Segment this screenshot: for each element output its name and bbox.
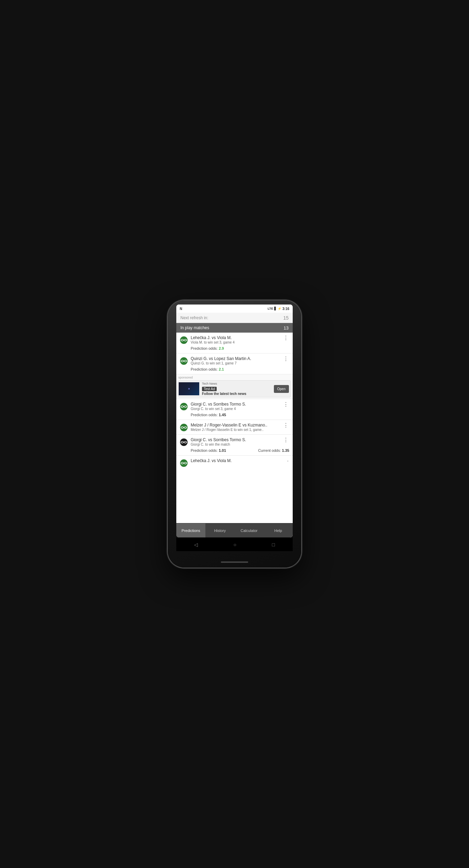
home-button[interactable]: ○ xyxy=(233,542,236,547)
status-bar: N LTE ▋ ⚡ 3:16 xyxy=(176,305,293,313)
match-title: Giorgi C. vs Sorribes Tormo S. xyxy=(191,437,282,442)
match-info: Quinzi G. vs Lopez San Martin A. Quinzi … xyxy=(180,356,282,365)
match-title: Melzer J / Roger-Vasselin E vs Kuzmano.. xyxy=(191,423,282,427)
match-list[interactable]: Lehečka J. vs Viola M. Viola M. to win s… xyxy=(176,333,293,523)
refresh-label: Next refresh in: xyxy=(180,315,208,320)
match-subtitle: Viola M. to win set 3, game 4 xyxy=(191,340,282,344)
match-title: Quinzi G. vs Lopez San Martin A. xyxy=(191,356,282,361)
match-subtitle: Quinzi G. to win set 1, game 7 xyxy=(191,361,282,365)
ad-source: Tech News xyxy=(202,382,271,385)
more-options-button[interactable]: ⋮ xyxy=(282,402,289,407)
section-count: 13 xyxy=(284,325,289,331)
refresh-bar: Next refresh in: 15 xyxy=(176,313,293,323)
match-details: Lehečka J. vs Viola M. xyxy=(191,458,287,463)
tennis-ball-icon xyxy=(180,357,188,365)
nav-predictions[interactable]: Predictions xyxy=(176,523,205,537)
match-info: Giorgi C. vs Sorribes Tormo S. Giorgi C.… xyxy=(180,402,282,411)
match-item: Lehečka J. vs Viola M. · xyxy=(176,456,293,470)
app-icon: N xyxy=(180,307,182,311)
current-odds-value: 1.35 xyxy=(282,448,289,452)
match-details: Giorgi C. vs Sorribes Tormo S. Giorgi C.… xyxy=(191,402,282,411)
match-info: Giorgi C. vs Sorribes Tormo S. Giorgi C.… xyxy=(180,437,282,446)
phone-screen: N LTE ▋ ⚡ 3:16 Next refresh in: 15 In pl… xyxy=(176,305,293,537)
odds-value: 2.1 xyxy=(219,367,224,371)
clock: 3:16 xyxy=(282,307,289,311)
match-details: Melzer J / Roger-Vasselin E vs Kuzmano..… xyxy=(191,423,282,432)
match-info: Lehečka J. vs Viola M. xyxy=(180,458,287,467)
ad-text-area: Tech News Test Ad Follow the latest tech… xyxy=(199,381,274,397)
more-options-button[interactable]: ⋮ xyxy=(282,335,289,341)
match-item: Melzer J / Roger-Vasselin E vs Kuzmano..… xyxy=(176,420,293,435)
network-icon: LTE xyxy=(268,307,273,310)
android-nav: ◁ ○ □ xyxy=(176,540,293,549)
match-details: Giorgi C. vs Sorribes Tormo S. Giorgi C.… xyxy=(191,437,282,446)
tennis-ball-icon xyxy=(180,402,188,411)
nav-help[interactable]: Help xyxy=(264,523,293,537)
more-options-button[interactable]: ⋮ xyxy=(282,356,289,362)
match-details: Quinzi G. vs Lopez San Martin A. Quinzi … xyxy=(191,356,282,365)
tennis-ball-icon xyxy=(180,459,188,467)
ad-inner: 🖥 Tech News Test Ad Follow the latest te… xyxy=(178,380,291,397)
prediction-odds: Prediction odds: 2.1 xyxy=(180,367,289,371)
back-button[interactable]: ◁ xyxy=(194,542,198,547)
match-title: Giorgi C. vs Sorribes Tormo S. xyxy=(191,402,282,407)
signal-icon: ▋ xyxy=(274,307,277,310)
match-item: Giorgi C. vs Sorribes Tormo S. Giorgi C.… xyxy=(176,435,293,456)
match-subtitle: Giorgi C. to win the match xyxy=(191,443,282,446)
home-bar xyxy=(221,561,248,563)
bottom-nav: Predictions History Calculator Help xyxy=(176,523,293,537)
phone-frame: N LTE ▋ ⚡ 3:16 Next refresh in: 15 In pl… xyxy=(168,300,301,568)
ad-badge: Test Ad xyxy=(202,387,217,391)
match-title: Lehečka J. vs Viola M. xyxy=(191,458,287,463)
ad-headline: Follow the latest tech news xyxy=(202,392,271,396)
battery-icon: ⚡ xyxy=(278,307,281,310)
sponsored-label: sponsored xyxy=(178,376,291,379)
odds-value: 2.9 xyxy=(219,346,224,350)
odds-value: 1.45 xyxy=(219,413,226,417)
section-title: In play matches xyxy=(180,325,209,330)
ad-banner: sponsored 🖥 Tech News Test Ad Follow the… xyxy=(176,374,293,399)
section-header: In play matches 13 xyxy=(176,323,293,333)
recents-button[interactable]: □ xyxy=(272,542,275,547)
nav-calculator[interactable]: Calculator xyxy=(234,523,264,537)
more-options-button[interactable]: ⋮ xyxy=(282,437,289,443)
match-info: Lehečka J. vs Viola M. Viola M. to win s… xyxy=(180,335,282,344)
more-options-button[interactable]: · xyxy=(287,458,289,464)
tennis-ball-icon xyxy=(180,423,188,432)
more-options-button[interactable]: ⋮ xyxy=(282,423,289,428)
tennis-ball-icon xyxy=(180,336,188,344)
match-item: Quinzi G. vs Lopez San Martin A. Quinzi … xyxy=(176,354,293,374)
match-info: Melzer J / Roger-Vasselin E vs Kuzmano..… xyxy=(180,423,282,432)
prediction-odds: Prediction odds: 2.9 xyxy=(180,346,289,350)
nav-history[interactable]: History xyxy=(205,523,234,537)
tennis-ball-icon xyxy=(180,438,188,446)
match-subtitle: Melzer J / Roger-Vasselin E to win set 1… xyxy=(191,428,282,432)
refresh-count: 15 xyxy=(283,315,289,321)
match-title: Lehečka J. vs Viola M. xyxy=(191,335,282,340)
status-icons: LTE ▋ ⚡ 3:16 xyxy=(268,307,289,311)
prediction-odds: Prediction odds: 1.01 Current odds: 1.35 xyxy=(180,448,289,452)
prediction-odds: Prediction odds: 1.45 xyxy=(180,413,289,417)
match-item: Lehečka J. vs Viola M. Viola M. to win s… xyxy=(176,333,293,354)
match-item: Giorgi C. vs Sorribes Tormo S. Giorgi C.… xyxy=(176,399,293,420)
match-subtitle: Giorgi C. to win set 3, game 4 xyxy=(191,407,282,411)
android-nav-area: ◁ ○ □ xyxy=(176,537,293,551)
ad-open-button[interactable]: Open xyxy=(274,385,289,393)
odds-value: 1.01 xyxy=(219,448,226,452)
match-details: Lehečka J. vs Viola M. Viola M. to win s… xyxy=(191,335,282,344)
ad-image: 🖥 xyxy=(179,382,199,395)
